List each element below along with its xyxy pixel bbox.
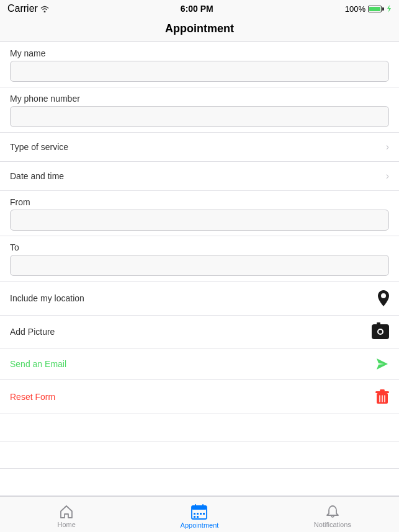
svg-rect-10 — [192, 506, 207, 510]
charging-icon — [387, 5, 392, 12]
my-phone-section: My phone number — [0, 87, 399, 133]
battery-status: 100% — [345, 4, 392, 14]
wifi-icon — [40, 6, 49, 12]
from-label: From — [0, 191, 399, 210]
appointment-tab-label: Appointment — [181, 521, 219, 529]
my-name-input[interactable] — [10, 61, 389, 82]
from-input[interactable] — [10, 210, 389, 231]
nav-bar: Appointment — [0, 17, 399, 42]
svg-point-1 — [381, 293, 386, 298]
trash-icon — [375, 389, 389, 405]
home-icon — [59, 505, 74, 520]
my-phone-input[interactable] — [10, 106, 389, 127]
svg-rect-15 — [194, 516, 195, 518]
date-and-time-row[interactable]: Date and time › — [0, 162, 399, 191]
send-email-label: Send an Email — [10, 359, 66, 369]
form-container: My name My phone number Type of service … — [0, 42, 399, 532]
my-name-section: My name — [0, 42, 399, 87]
svg-rect-14 — [203, 513, 205, 515]
from-section: From — [0, 191, 399, 236]
home-tab-label: Home — [57, 521, 75, 528]
battery-percent: 100% — [345, 4, 365, 14]
page-title: Appointment — [165, 22, 234, 35]
empty-row-2 — [0, 441, 399, 469]
chevron-right-icon: › — [386, 141, 389, 153]
svg-rect-13 — [200, 513, 202, 515]
svg-marker-2 — [377, 358, 388, 370]
svg-rect-12 — [197, 513, 199, 515]
tab-appointment[interactable]: Appointment — [133, 500, 266, 529]
add-picture-row[interactable]: Add Picture — [0, 316, 399, 348]
tab-bar: Home Appointment Notifications — [0, 496, 399, 532]
tab-home[interactable]: Home — [0, 501, 133, 528]
location-pin-icon — [378, 290, 389, 306]
send-email-icon — [375, 357, 389, 371]
svg-rect-16 — [197, 516, 199, 518]
reset-form-row[interactable]: Reset Form — [0, 380, 399, 414]
reset-form-label: Reset Form — [10, 392, 55, 402]
camera-icon — [372, 324, 389, 339]
empty-row-1 — [0, 414, 399, 441]
appointment-icon — [191, 504, 207, 520]
my-name-label: My name — [0, 42, 399, 61]
notifications-tab-label: Notifications — [314, 521, 351, 528]
tab-notifications[interactable]: Notifications — [266, 501, 399, 528]
svg-rect-5 — [380, 389, 385, 391]
carrier-wifi: Carrier — [7, 3, 49, 14]
carrier-text: Carrier — [7, 3, 38, 14]
status-bar: Carrier 6:00 PM 100% — [0, 0, 399, 17]
svg-rect-11 — [194, 513, 195, 515]
type-of-service-row[interactable]: Type of service › — [0, 133, 399, 162]
include-location-row[interactable]: Include my location — [0, 282, 399, 316]
type-of-service-label: Type of service — [10, 142, 68, 152]
include-location-label: Include my location — [10, 293, 84, 303]
svg-marker-0 — [387, 5, 391, 12]
chevron-right-icon2: › — [386, 171, 389, 182]
svg-rect-4 — [375, 391, 389, 393]
to-section: To — [0, 236, 399, 282]
my-phone-label: My phone number — [0, 87, 399, 106]
send-email-row[interactable]: Send an Email — [0, 348, 399, 380]
empty-row-3 — [0, 469, 399, 496]
date-and-time-label: Date and time — [10, 171, 64, 181]
to-label: To — [0, 236, 399, 255]
to-input[interactable] — [10, 255, 389, 276]
status-time: 6:00 PM — [181, 4, 213, 14]
notifications-icon — [325, 505, 340, 520]
add-picture-label: Add Picture — [10, 327, 55, 337]
battery-icon — [368, 6, 384, 12]
